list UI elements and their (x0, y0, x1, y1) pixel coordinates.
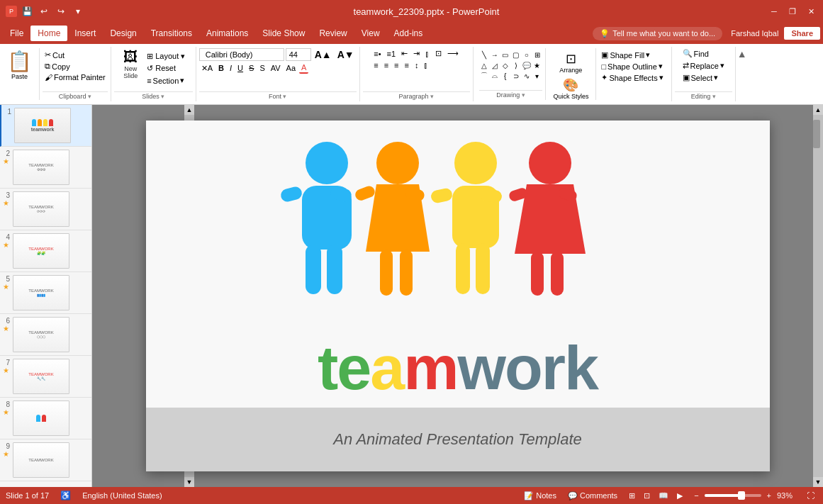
scroll-up-right-button[interactable]: ▲ (813, 105, 823, 115)
slide-thumb-1[interactable]: 1 teamwork (0, 105, 91, 147)
increase-indent-button[interactable]: ⇥ (411, 48, 422, 59)
slide-canvas[interactable]: t e a m w o r k An Animated Presentation… (146, 121, 770, 471)
shape-more[interactable]: ⊞ (532, 50, 542, 60)
shape-fill-button[interactable]: ▣ Shape Fill ▾ (599, 50, 665, 60)
slide-thumb-9[interactable]: 9★ TEAMWORK (0, 439, 91, 481)
justify-button[interactable]: ≡ (403, 60, 411, 70)
normal-view-button[interactable]: ⊞ (626, 490, 638, 502)
shape-outline-button[interactable]: □ Shape Outline ▾ (599, 61, 665, 72)
zoom-slider[interactable] (705, 494, 761, 497)
find-button[interactable]: 🔍 Find (681, 48, 711, 59)
align-center-button[interactable]: ≡ (382, 60, 391, 70)
slide-sorter-button[interactable]: ⊡ (641, 490, 653, 502)
slide-area[interactable]: ▲ ▼ (92, 105, 823, 487)
shape-rect[interactable]: ▭ (500, 50, 510, 60)
zoom-out-button[interactable]: − (691, 490, 701, 501)
shape-expand[interactable]: ▾ (532, 71, 542, 81)
decrease-font-button[interactable]: A▼ (335, 48, 357, 61)
font-family-selector[interactable]: Calibri (Body) (199, 48, 284, 61)
slide-thumb-8[interactable]: 8★ (0, 398, 91, 439)
shape-arc[interactable]: ⌓ (490, 71, 500, 81)
user-name[interactable]: Farshad Iqbal (731, 29, 778, 38)
menu-home[interactable]: Home (30, 26, 67, 41)
menu-design[interactable]: Design (103, 26, 143, 41)
zoom-slider-thumb[interactable] (738, 491, 745, 500)
direction-button[interactable]: ⟶ (445, 48, 461, 59)
reading-view-button[interactable]: 📖 (656, 490, 671, 502)
new-slide-button[interactable]: 🖼 NewSlide (119, 48, 142, 81)
shape-chevron[interactable]: ⟩ (511, 60, 521, 70)
font-color-button[interactable]: A (299, 62, 308, 74)
change-case-button[interactable]: Aa (284, 63, 298, 73)
slide-thumb-2[interactable]: 2★ TEAMWORK⚙⚙⚙ (0, 147, 91, 189)
slide-thumb-3[interactable]: 3★ TEAMWORK⟳⟳⟳ (0, 189, 91, 230)
collapse-ribbon-button[interactable]: ▲ (736, 47, 749, 101)
columns2-button[interactable]: ⫿ (422, 60, 430, 70)
shape-star[interactable]: ★ (532, 60, 542, 70)
restore-button[interactable]: ❐ (786, 5, 799, 18)
character-spacing-button[interactable]: AV (269, 63, 283, 73)
menu-insert[interactable]: Insert (67, 26, 103, 41)
menu-transitions[interactable]: Transitions (144, 26, 199, 41)
menu-review[interactable]: Review (312, 26, 354, 41)
smart-art-button[interactable]: ⊡ (433, 48, 444, 59)
shape-arrow[interactable]: → (490, 50, 500, 60)
slide-thumb-4[interactable]: 4★ TEAMWORK🧩🧩 (0, 230, 91, 272)
save-button[interactable]: 💾 (20, 4, 34, 18)
columns-button[interactable]: ⫿ (423, 49, 432, 59)
zoom-level[interactable]: 93% (777, 491, 798, 500)
paste-button[interactable]: 📋 Paste (3, 48, 36, 82)
replace-button[interactable]: ⇄ Replace ▾ (681, 60, 727, 71)
quick-styles-button[interactable]: 🎨 Quick Styles (549, 76, 593, 101)
scroll-thumb-right[interactable] (813, 120, 820, 148)
shape-callout[interactable]: 💬 (522, 60, 532, 70)
section-button[interactable]: ≡ Section ▾ (145, 75, 187, 86)
cut-button[interactable]: ✂ Cut (43, 50, 108, 60)
reset-button[interactable]: ↺ Reset (145, 63, 187, 74)
shadow-button[interactable]: S (257, 63, 267, 73)
shape-line[interactable]: ╲ (479, 50, 489, 60)
italic-button[interactable]: I (228, 63, 234, 73)
minimize-button[interactable]: ─ (768, 5, 780, 18)
slide-thumb-5[interactable]: 5★ TEAMWORK👥👥 (0, 272, 91, 314)
strikethrough-button[interactable]: S (247, 63, 256, 73)
comments-button[interactable]: 💬 Comments (565, 490, 620, 502)
share-button[interactable]: Share (784, 27, 820, 40)
undo-button[interactable]: ↩ (37, 4, 51, 18)
copy-button[interactable]: ⧉ Copy (43, 61, 108, 72)
shape-effects-button[interactable]: ✦ Shape Effects ▾ (599, 72, 665, 83)
shape-curve[interactable]: ⌒ (479, 71, 489, 81)
scroll-down-button[interactable]: ▼ (184, 477, 194, 487)
slideshow-button[interactable]: ▶ (674, 490, 685, 502)
shape-wave[interactable]: ∿ (522, 71, 532, 81)
shape-brace[interactable]: { (500, 71, 510, 81)
arrange-button[interactable]: ⊡ Arrange (549, 50, 593, 75)
fit-slide-button[interactable]: ⛶ (804, 490, 817, 501)
shape-triangle[interactable]: △ (479, 60, 489, 70)
slide-thumb-7[interactable]: 7★ TEAMWORK🔧🔧 (0, 356, 91, 398)
menu-slideshow[interactable]: Slide Show (255, 26, 312, 41)
vertical-scrollbar-right[interactable]: ▲ ▼ (813, 105, 823, 487)
scroll-up-button[interactable]: ▲ (184, 105, 194, 115)
bold-button[interactable]: B (216, 63, 226, 73)
shape-diamond[interactable]: ◇ (500, 60, 510, 70)
select-button[interactable]: ▣ Select ▾ (681, 72, 721, 83)
customize-qat-button[interactable]: ▾ (71, 4, 85, 18)
shape-right-tri[interactable]: ◿ (490, 60, 500, 70)
shape-scroll[interactable]: ⊃ (511, 71, 521, 81)
menu-view[interactable]: View (354, 26, 387, 41)
line-spacing-button[interactable]: ↕ (413, 60, 421, 70)
language-indicator[interactable]: English (United States) (82, 491, 162, 500)
align-right-button[interactable]: ≡ (392, 60, 401, 70)
font-size-selector[interactable]: 44 (286, 48, 311, 61)
shape-rounded-rect[interactable]: ▢ (511, 50, 521, 60)
close-button[interactable]: ✕ (805, 5, 817, 18)
menu-addins[interactable]: Add-ins (387, 26, 430, 41)
align-left-button[interactable]: ≡ (371, 60, 380, 70)
clear-formatting-button[interactable]: ✕A (199, 63, 215, 74)
menu-animations[interactable]: Animations (199, 26, 255, 41)
decrease-indent-button[interactable]: ⇤ (399, 48, 410, 59)
numbering-button[interactable]: ≡1 (385, 49, 398, 59)
underline-button[interactable]: U (235, 63, 245, 73)
tell-me-box[interactable]: 💡 Tell me what you want to do... (593, 27, 722, 40)
